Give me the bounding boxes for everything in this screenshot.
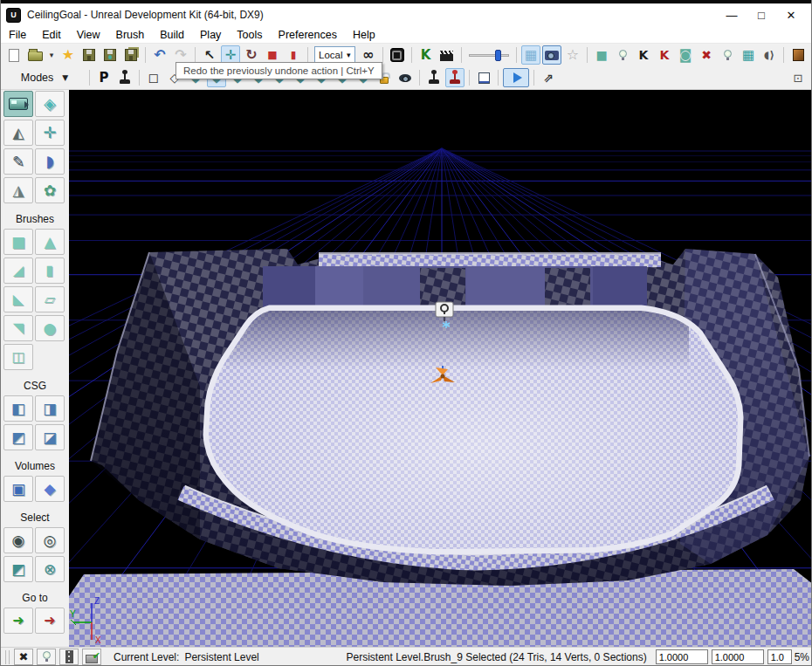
brush-curved-stair-button[interactable]: ◢ xyxy=(3,257,33,284)
brush-spiral-stair-button[interactable]: ◥ xyxy=(3,315,33,341)
terrain-mode-button[interactable]: ◭ xyxy=(3,120,33,146)
drag-grid-input-2[interactable] xyxy=(712,649,764,664)
new-level-button[interactable] xyxy=(4,45,24,65)
delete-unused-button[interactable]: ✖ xyxy=(697,45,716,65)
paths-status-button[interactable] xyxy=(59,649,79,665)
white-square-button[interactable] xyxy=(474,68,493,87)
undo-button[interactable]: ↶ xyxy=(150,45,169,65)
content-browser-button[interactable] xyxy=(388,45,407,65)
menu-help[interactable]: Help xyxy=(345,26,383,43)
paths-button[interactable]: K xyxy=(634,45,653,65)
goto-actor-button[interactable]: ➜ xyxy=(3,608,33,634)
static-mesh-mode-button[interactable]: ◗ xyxy=(35,148,65,175)
section-label-csg: CSG xyxy=(1,380,69,392)
play-in-viewport-button[interactable] xyxy=(424,68,444,87)
menu-brush[interactable]: Brush xyxy=(108,26,153,43)
hide-selected-button[interactable]: ◎ xyxy=(35,527,65,553)
chevron-down-icon[interactable]: ▼ xyxy=(62,74,68,82)
volume-slider[interactable] xyxy=(469,50,509,61)
clapperboard-icon xyxy=(440,51,453,61)
translucency-toggle-button[interactable]: ▦ xyxy=(521,45,540,65)
light-preview-button[interactable] xyxy=(718,45,737,65)
minimize-button[interactable]: — xyxy=(717,5,747,24)
geometry-mode-button[interactable]: ◈ xyxy=(35,91,65,117)
camera-mode-button[interactable] xyxy=(3,91,33,117)
favorites-button[interactable]: ★ xyxy=(58,45,78,65)
package-saved-button[interactable] xyxy=(82,649,101,665)
show-lights-button[interactable] xyxy=(613,45,632,65)
clear-errors-button[interactable]: ✖ xyxy=(14,649,33,665)
lighting-status-button[interactable] xyxy=(37,649,56,665)
perspective-viewport[interactable]: Z Y X xyxy=(69,90,812,647)
sheet-brush-icon: ▱ xyxy=(45,292,55,306)
drag-grid-input-1[interactable] xyxy=(656,649,708,664)
back-wall-face[interactable] xyxy=(263,266,647,312)
foliage-mode-button[interactable]: ✿ xyxy=(35,177,65,203)
eye-closed-icon: ◎ xyxy=(44,533,57,548)
menu-preferences[interactable]: Preferences xyxy=(271,26,345,43)
save-level-button[interactable] xyxy=(79,45,99,65)
brush-cylinder-button[interactable]: ▮ xyxy=(35,257,65,284)
show-selected-button[interactable]: ◉ xyxy=(3,527,33,553)
geometry-edit-mode-button[interactable]: ✎ xyxy=(3,148,33,175)
brush-cone-button[interactable]: ▲ xyxy=(35,229,65,255)
toolbar-separator xyxy=(411,47,412,63)
save-modified-button[interactable] xyxy=(100,45,120,65)
mesh-paint-button[interactable]: ◙ xyxy=(676,45,695,65)
play-level-button[interactable] xyxy=(503,68,529,87)
brush-sphere-button[interactable]: ● xyxy=(35,315,65,341)
close-button[interactable]: ✕ xyxy=(776,5,806,24)
show-all-button[interactable]: ⊗ xyxy=(35,556,65,582)
brush-linear-stair-button[interactable]: ◣ xyxy=(3,286,33,312)
add-volume-cube-button[interactable]: ◆ xyxy=(35,476,65,502)
visibility-button[interactable] xyxy=(396,68,415,87)
open-level-button[interactable] xyxy=(25,45,45,65)
paths-review-button[interactable]: K xyxy=(655,45,674,65)
brush-volumetric-button[interactable]: ◫ xyxy=(3,344,33,370)
texture-align-mode-button[interactable]: ✛ xyxy=(35,120,65,146)
float-window-button[interactable]: ⇗ xyxy=(539,68,558,87)
csg-deintersect-button[interactable]: ◪ xyxy=(35,424,65,450)
camera-toggle-button[interactable] xyxy=(542,45,561,65)
statusbar-inputs xyxy=(654,649,794,664)
landscape-mode-button[interactable]: ◮ xyxy=(3,177,33,203)
play-on-pc-button[interactable] xyxy=(445,68,464,87)
floppy-icon xyxy=(83,49,95,61)
package-check-icon xyxy=(86,655,98,663)
menu-view[interactable]: View xyxy=(69,26,108,43)
menu-build[interactable]: Build xyxy=(152,26,192,43)
brush-sheet-button[interactable]: ▱ xyxy=(35,286,65,312)
matinee-button[interactable] xyxy=(437,45,457,65)
grid-toggle-button[interactable]: ▦ xyxy=(739,45,758,65)
csg-intersect-button[interactable]: ◩ xyxy=(3,424,33,450)
kismet-button[interactable]: K xyxy=(416,45,436,65)
invert-selection-button[interactable]: ◩ xyxy=(3,556,33,582)
lightbulb-icon xyxy=(43,651,51,659)
redo-icon: ↷ xyxy=(175,48,186,62)
move-arrows-icon: ✛ xyxy=(43,125,56,141)
show-brushes-button[interactable]: ■ xyxy=(592,45,611,65)
menu-file[interactable]: File xyxy=(1,26,34,43)
csg-add-button[interactable]: ◧ xyxy=(3,395,33,422)
goto-builder-brush-button[interactable]: ➜ xyxy=(35,608,65,634)
menu-tools[interactable]: Tools xyxy=(229,26,270,43)
slider-thumb[interactable] xyxy=(495,50,501,61)
dock-grip-button[interactable]: ⊡ xyxy=(788,68,808,87)
save-all-button[interactable] xyxy=(121,45,141,65)
brush-cube-button[interactable]: ■ xyxy=(3,229,33,255)
brush-wireframe-button[interactable]: ◻ xyxy=(144,68,163,87)
csg-subtract-button[interactable]: ◨ xyxy=(35,395,65,422)
add-volume-button[interactable]: ▣ xyxy=(3,476,33,502)
sound-toggle-button[interactable]: ◖⟩ xyxy=(760,45,779,65)
favorite-star-button[interactable]: ☆ xyxy=(563,45,582,65)
open-dropdown-button[interactable]: ▾ xyxy=(46,45,57,65)
menu-edit[interactable]: Edit xyxy=(34,26,69,43)
scale-square-icon: ■ xyxy=(267,50,277,60)
maximize-button[interactable]: □ xyxy=(747,5,776,24)
drag-grid-input-3[interactable] xyxy=(767,649,792,664)
menu-play[interactable]: Play xyxy=(192,26,229,43)
play-joystick-button[interactable] xyxy=(115,68,134,87)
builder-brush-button[interactable] xyxy=(788,45,808,65)
publish-button[interactable]: P xyxy=(94,68,114,87)
invert-icon: ◩ xyxy=(11,562,25,577)
